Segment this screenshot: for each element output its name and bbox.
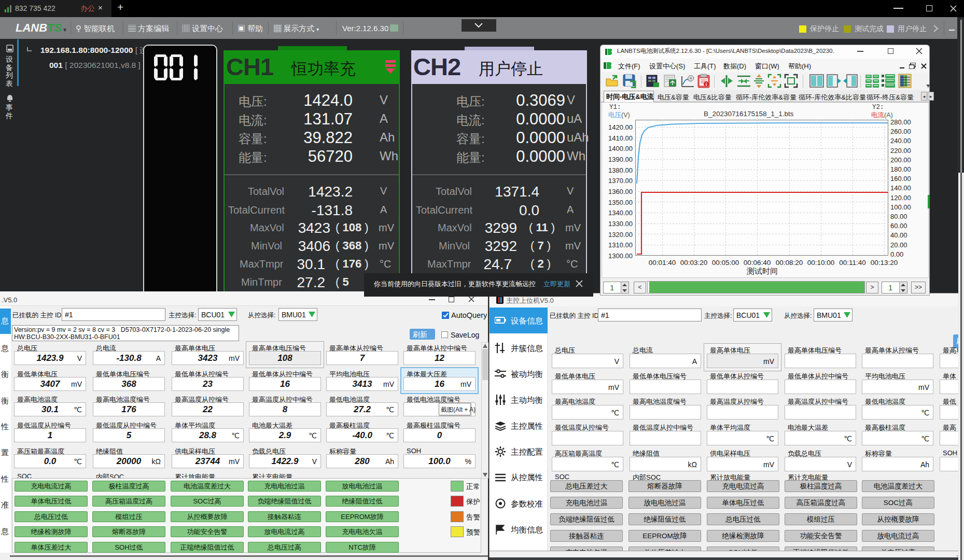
svg-text:i: i: [706, 82, 707, 87]
